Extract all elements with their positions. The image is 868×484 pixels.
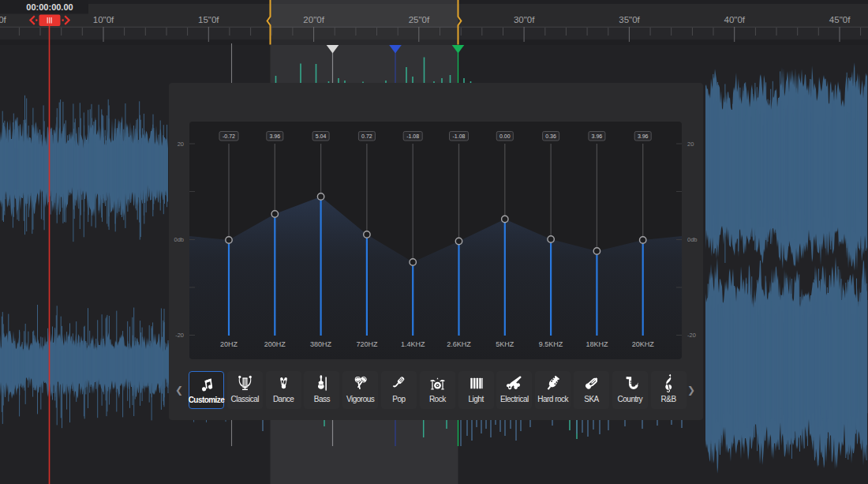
svg-text:2.6KHZ: 2.6KHZ xyxy=(447,340,471,348)
svg-text:20: 20 xyxy=(687,141,694,148)
svg-text:5"0f: 5"0f xyxy=(0,15,7,24)
svg-text:18KHZ: 18KHZ xyxy=(586,340,608,348)
svg-text:720HZ: 720HZ xyxy=(356,340,378,348)
svg-text:25"0f: 25"0f xyxy=(409,15,430,24)
svg-text:-0.72: -0.72 xyxy=(223,133,235,139)
svg-text:30"0f: 30"0f xyxy=(514,15,535,24)
svg-text:-1.08: -1.08 xyxy=(453,133,466,139)
svg-text:0db: 0db xyxy=(174,236,184,243)
svg-text:380HZ: 380HZ xyxy=(310,340,332,348)
svg-text:15"0f: 15"0f xyxy=(198,15,219,24)
svg-text:0.36: 0.36 xyxy=(545,133,556,139)
svg-text:5.04: 5.04 xyxy=(316,133,327,139)
svg-text:-1.08: -1.08 xyxy=(406,133,419,139)
svg-text:5KHZ: 5KHZ xyxy=(496,340,514,348)
svg-text:-20: -20 xyxy=(175,332,184,339)
svg-text:3.96: 3.96 xyxy=(592,133,603,139)
svg-text:00:00:00.00: 00:00:00.00 xyxy=(26,2,73,12)
svg-text:40"0f: 40"0f xyxy=(724,15,746,24)
svg-text:20HZ: 20HZ xyxy=(220,340,238,348)
svg-text:0.00: 0.00 xyxy=(499,133,511,139)
svg-text:20: 20 xyxy=(178,141,184,148)
svg-text:0db: 0db xyxy=(687,236,698,243)
svg-text:45"0f: 45"0f xyxy=(829,15,851,24)
svg-text:200HZ: 200HZ xyxy=(264,340,286,348)
svg-text:9.5KHZ: 9.5KHZ xyxy=(539,340,563,348)
svg-text:0.72: 0.72 xyxy=(361,133,372,139)
svg-text:3.96: 3.96 xyxy=(269,133,280,139)
svg-text:20"0f: 20"0f xyxy=(303,15,324,24)
svg-text:20KHZ: 20KHZ xyxy=(632,340,655,348)
svg-text:1.4KHZ: 1.4KHZ xyxy=(401,340,425,348)
svg-text:10"0f: 10"0f xyxy=(93,15,114,24)
svg-text:3.96: 3.96 xyxy=(638,133,649,139)
svg-text:-20: -20 xyxy=(687,332,696,339)
svg-text:35"0f: 35"0f xyxy=(619,15,640,24)
